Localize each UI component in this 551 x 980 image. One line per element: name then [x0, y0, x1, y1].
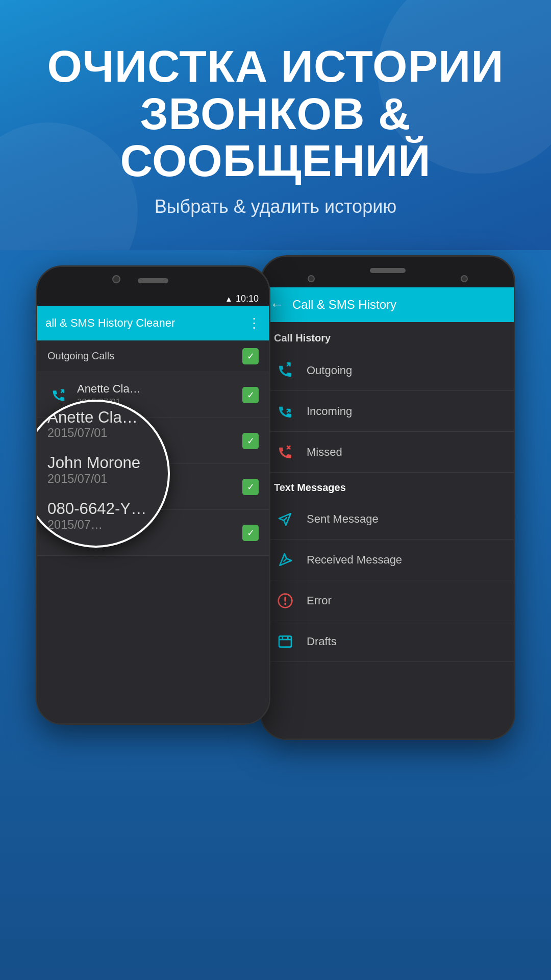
mag-icon-1 [36, 412, 40, 436]
call-name-1: Anette Cla… [77, 382, 242, 396]
category-label: Outgoing Calls [47, 350, 114, 362]
camera-right-r [461, 275, 468, 282]
mag-entry-1: Anette Cla… 2015/07/01 [36, 408, 170, 440]
text-messages-label: Text Messages [274, 482, 346, 493]
missed-icon [274, 444, 296, 460]
mag-date-2: 2015/07/01 [47, 472, 140, 486]
left-phone: ▲ 10:10 all & SMS History Cleaner ⋮ Outg… [36, 265, 270, 725]
drafts-label: Drafts [307, 635, 337, 648]
camera-left-r [308, 275, 315, 282]
mag-info-3: 080-6642-Y… 2015/07… [47, 499, 146, 532]
mag-name-1: Anette Cla… [47, 408, 138, 426]
app-bar-right: ← Call & SMS History [262, 287, 514, 322]
error-icon [274, 593, 296, 609]
category-checkbox[interactable]: ✓ [242, 348, 259, 364]
menu-item-incoming[interactable]: Incoming [262, 391, 514, 432]
speaker-right [370, 268, 406, 273]
mag-icon-3 [36, 504, 40, 528]
menu-item-missed[interactable]: Missed [262, 432, 514, 473]
mag-name-3: 080-6642-Y… [47, 499, 146, 518]
mag-name-2: John Morone [47, 454, 140, 472]
section-text-messages: Text Messages [262, 473, 514, 499]
svg-rect-1 [279, 636, 291, 647]
header-section: ОЧИСТКА ИСТОРИИ ЗВОНКОВ & СООБЩЕНИЙ Выбр… [0, 0, 551, 250]
app-bar-title-left: all & SMS History Cleaner [45, 316, 175, 330]
menu-item-outgoing[interactable]: Outgoing [262, 350, 514, 391]
app-bar-left: all & SMS History Cleaner ⋮ [37, 306, 269, 340]
section-call-history: Call History [262, 322, 514, 350]
received-label: Received Message [307, 553, 402, 567]
entry-checkbox-1[interactable]: ✓ [242, 387, 259, 403]
mag-date-3: 2015/07… [47, 518, 146, 532]
right-phone: ← Call & SMS History Call History Outgoi… [260, 255, 515, 740]
mag-icon-2 [36, 458, 40, 482]
missed-label: Missed [307, 446, 342, 459]
magnifier-overlay: Anette Cla… 2015/07/01 John Morone 2015/… [36, 400, 170, 548]
menu-item-drafts[interactable]: Drafts [262, 621, 514, 662]
mag-info-2: John Morone 2015/07/01 [47, 454, 140, 486]
magnifier-content: Anette Cla… 2015/07/01 John Morone 2015/… [36, 400, 170, 548]
category-row[interactable]: Outgoing Calls ✓ [37, 340, 269, 372]
menu-item-sent[interactable]: Sent Message [262, 499, 514, 540]
outgoing-label: Outgoing [307, 364, 352, 377]
phones-area: ▲ 10:10 all & SMS History Cleaner ⋮ Outg… [0, 250, 551, 980]
speaker-left [138, 278, 168, 283]
call-history-label: Call History [274, 332, 331, 344]
mag-info-1: Anette Cla… 2015/07/01 [47, 408, 138, 440]
entry-checkbox-4[interactable]: ✓ [242, 525, 259, 541]
sub-headline: Выбрать & удалить историю [155, 196, 397, 217]
entry-checkbox-3[interactable]: ✓ [242, 479, 259, 495]
outgoing-icon [274, 362, 296, 379]
signal-icon: ▲ [225, 295, 233, 303]
menu-dots-icon[interactable]: ⋮ [247, 315, 261, 331]
sent-message-icon [274, 511, 296, 527]
time-left: 10:10 [236, 293, 259, 304]
back-arrow-icon[interactable]: ← [270, 297, 284, 313]
entry-checkbox-2[interactable]: ✓ [242, 433, 259, 449]
mag-date-1: 2015/07/01 [47, 426, 138, 440]
menu-item-received[interactable]: Received Message [262, 540, 514, 580]
main-headline: ОЧИСТКА ИСТОРИИ ЗВОНКОВ & СООБЩЕНИЙ [31, 43, 520, 184]
mag-entry-3: 080-6642-Y… 2015/07… [36, 499, 170, 532]
right-phone-content: Call History Outgoing [262, 322, 514, 739]
incoming-icon [274, 403, 296, 420]
drafts-icon [274, 633, 296, 650]
mag-entry-2: John Morone 2015/07/01 [36, 454, 170, 486]
app-bar-title-right: Call & SMS History [292, 298, 396, 312]
received-message-icon [274, 552, 296, 568]
sent-label: Sent Message [307, 512, 379, 526]
error-label: Error [307, 594, 332, 607]
incoming-label: Incoming [307, 405, 352, 418]
camera-left [112, 275, 120, 283]
status-bar-left: ▲ 10:10 [37, 291, 269, 306]
menu-item-error[interactable]: Error [262, 580, 514, 621]
